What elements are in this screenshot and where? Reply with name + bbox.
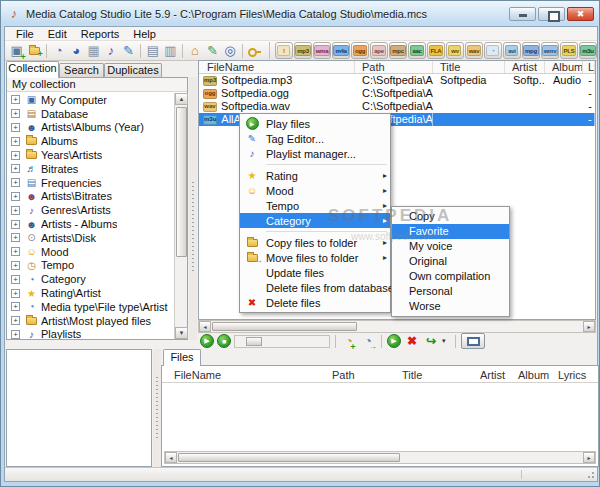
format-wv-button[interactable]: wv: [446, 42, 464, 59]
tab-collection[interactable]: Collection: [6, 61, 59, 78]
submenu-item-favorite[interactable]: Favorite: [392, 224, 509, 239]
menu-item-playlist-manager[interactable]: ♪Playlist manager...: [240, 146, 390, 161]
calendar-button[interactable]: ▦: [85, 42, 102, 60]
player-stop-button[interactable]: ■: [217, 334, 231, 348]
tree-item-frequencies[interactable]: +▤Frequencies: [7, 176, 173, 190]
register-button[interactable]: [246, 42, 263, 60]
submenu-item-original[interactable]: Original: [392, 254, 509, 269]
menu-item-rating[interactable]: ★Rating▸: [240, 168, 390, 183]
cd-add-button[interactable]: ◔: [341, 334, 357, 348]
main-splitter[interactable]: [189, 77, 197, 340]
tree-item-mood[interactable]: +☺Mood: [7, 245, 173, 259]
statistics-button[interactable]: ◕: [67, 42, 84, 60]
column-album[interactable]: Album: [518, 369, 549, 382]
tree-item-albums[interactable]: +Albums: [7, 134, 173, 148]
format-aac-button[interactable]: aac: [408, 42, 426, 59]
menu-item-move-files[interactable]: Move files to folder▸: [240, 250, 390, 265]
expand-icon[interactable]: +: [11, 233, 20, 242]
submenu-item-personal[interactable]: Personal: [392, 284, 509, 299]
format-ogg-button[interactable]: ogg: [351, 42, 369, 59]
tree-item-category[interactable]: +◔Category: [7, 272, 173, 286]
expand-icon[interactable]: +: [11, 123, 20, 132]
tree-item-artists-disk[interactable]: +⊙Artists\Disk: [7, 231, 173, 245]
column-lyrics[interactable]: Ly: [583, 61, 595, 73]
tab-duplicates[interactable]: Duplicates: [104, 63, 162, 77]
expand-icon[interactable]: +: [11, 137, 20, 146]
menu-edit[interactable]: Edit: [41, 28, 74, 40]
disc-button[interactable]: ◔: [50, 42, 67, 60]
expand-icon[interactable]: +: [11, 164, 20, 173]
submenu-item-my-voice[interactable]: My voice: [392, 239, 509, 254]
expand-icon[interactable]: +: [11, 261, 20, 270]
menu-item-category[interactable]: ◔Category▸: [240, 213, 390, 228]
tree-item-database[interactable]: +▤Database: [7, 107, 173, 121]
submenu-item-worse[interactable]: Worse: [392, 299, 509, 314]
submenu-item-own-compilation[interactable]: Own compilation: [392, 269, 509, 284]
scroll-up-icon[interactable]: ▲: [175, 93, 188, 105]
format-wmv-button[interactable]: wmv: [541, 42, 559, 59]
close-button[interactable]: [567, 7, 594, 21]
expand-icon[interactable]: +: [11, 192, 20, 201]
scrollbar-thumb[interactable]: [178, 453, 400, 462]
expand-icon[interactable]: +: [11, 302, 20, 311]
scrollbar-thumb[interactable]: [176, 107, 187, 257]
tree-item-years-artists[interactable]: +Years\Artists: [7, 148, 173, 162]
tree-item-genres-artists[interactable]: +♪Genres\Artists: [7, 203, 173, 217]
web-button[interactable]: ◎: [221, 42, 238, 60]
column-artist[interactable]: Artist: [480, 369, 505, 382]
tag-editor-button[interactable]: ✎: [120, 42, 137, 60]
menu-file[interactable]: File: [9, 28, 41, 40]
tree-item-artists-albums-year[interactable]: +☻Artists\Albums (Year): [7, 121, 173, 135]
menu-item-update-files[interactable]: Update files: [240, 265, 390, 280]
format-pls-button[interactable]: PLS: [560, 42, 578, 59]
menu-reports[interactable]: Reports: [74, 28, 127, 40]
column-title[interactable]: Title: [433, 61, 505, 73]
format-wav-button[interactable]: wav: [465, 42, 483, 59]
files-panel-hscrollbar[interactable]: ◂ ▸: [164, 451, 596, 464]
tree-item-bitrates[interactable]: +♬Bitrates: [7, 162, 173, 176]
menu-item-delete-files[interactable]: ✖Delete files: [240, 295, 390, 310]
format-mpc-button[interactable]: mpc: [389, 42, 407, 59]
format-fla-button[interactable]: FLA: [427, 42, 445, 59]
tree-item-my-computer[interactable]: +▣My Computer: [7, 93, 173, 107]
tree-item-artists-bitrates[interactable]: +☻Artists\Bitrates: [7, 190, 173, 204]
export-dropdown-caret[interactable]: ▾: [442, 337, 450, 345]
maximize-button[interactable]: [538, 7, 565, 21]
expand-icon[interactable]: +: [11, 220, 20, 229]
expand-icon[interactable]: +: [11, 206, 20, 215]
expand-icon[interactable]: +: [11, 316, 20, 325]
menu-item-tag-editor[interactable]: ✎Tag Editor...: [240, 131, 390, 146]
tree-item-most-played[interactable]: +Artist\Most played files: [7, 314, 173, 328]
tools-button[interactable]: ✎: [204, 42, 221, 60]
menu-item-mood[interactable]: ☺Mood▸: [240, 183, 390, 198]
format-mp3-button[interactable]: mp3: [294, 42, 312, 59]
scroll-left-icon[interactable]: ◂: [165, 452, 177, 463]
expand-icon[interactable]: +: [11, 151, 20, 160]
expand-icon[interactable]: +: [11, 247, 20, 256]
report-button[interactable]: ▤: [144, 42, 161, 60]
column-path[interactable]: Path: [355, 61, 433, 73]
submenu-item-copy[interactable]: Copy: [392, 209, 509, 224]
player-play-button[interactable]: ▶: [200, 334, 214, 348]
column-artist[interactable]: Artist: [505, 61, 545, 73]
bottom-splitter[interactable]: [153, 349, 161, 467]
tree-item-playlists[interactable]: +♪Playlists: [7, 328, 173, 339]
expand-icon[interactable]: +: [11, 289, 20, 298]
tree-scrollbar[interactable]: ▲ ▼: [174, 93, 187, 339]
tree-item-rating-artist[interactable]: +★Rating\Artist: [7, 286, 173, 300]
list-play-button[interactable]: ▶: [387, 334, 401, 348]
export-button[interactable]: ↪: [423, 334, 439, 348]
resize-grip[interactable]: [585, 469, 595, 479]
column-album[interactable]: Album: [545, 61, 583, 73]
preview-window-button[interactable]: [461, 333, 485, 349]
expand-icon[interactable]: +: [11, 95, 20, 104]
minimize-button[interactable]: [509, 7, 536, 21]
tab-files[interactable]: Files: [163, 349, 201, 366]
format-m4a-button[interactable]: m4a: [332, 42, 350, 59]
tree-item-media-type[interactable]: +◔Media type\File type\Artist: [7, 300, 173, 314]
menu-help[interactable]: Help: [126, 28, 163, 40]
format-mpg-button[interactable]: mpg: [522, 42, 540, 59]
expand-icon[interactable]: +: [11, 275, 20, 284]
seek-thumb[interactable]: [246, 337, 262, 346]
cd-export-button[interactable]: ◔: [360, 334, 376, 348]
